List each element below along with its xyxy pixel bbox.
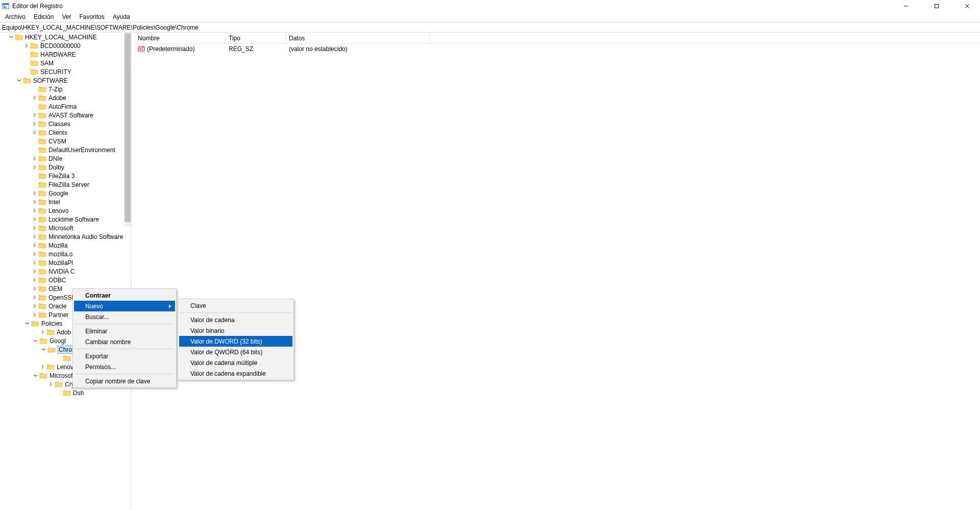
- tree-item-autofirma[interactable]: AutoFirma: [0, 102, 131, 111]
- ctx-contraer[interactable]: Contraer: [74, 290, 175, 301]
- chevron-right-icon[interactable]: [32, 164, 37, 170]
- tree-item-classes[interactable]: Classes: [0, 119, 131, 128]
- tree-item-adobe[interactable]: Adobe: [0, 93, 131, 102]
- tree-item-mozillao[interactable]: mozilla.o: [0, 250, 131, 258]
- tree-item-lenovo[interactable]: Lenovo: [0, 206, 131, 215]
- chevron-right-icon[interactable]: [32, 130, 37, 135]
- tree-scrollbar[interactable]: [124, 33, 131, 227]
- ctx-cambiar-nombre[interactable]: Cambiar nombre: [74, 336, 175, 347]
- ctx-sub-dword[interactable]: Valor de DWORD (32 bits): [179, 336, 292, 347]
- minimize-button[interactable]: [898, 1, 914, 11]
- chevron-right-icon[interactable]: [32, 286, 37, 292]
- tree-item-odbc[interactable]: ODBC: [0, 276, 131, 284]
- chevron-right-icon[interactable]: [32, 208, 37, 213]
- tree-item-intel[interactable]: Intel: [0, 198, 131, 206]
- ctx-sub-expand[interactable]: Valor de cadena expandible: [179, 368, 292, 379]
- tree-item-dnie[interactable]: DNIe: [0, 154, 131, 163]
- chevron-right-icon[interactable]: [32, 303, 37, 309]
- tree-item-microsoft[interactable]: Microsoft: [0, 224, 131, 232]
- chevron-down-icon[interactable]: [33, 373, 38, 378]
- chevron-right-icon[interactable]: [32, 216, 37, 222]
- chevron-down-icon[interactable]: [8, 34, 14, 40]
- tree-item-google[interactable]: Google: [0, 189, 131, 198]
- chevron-down-icon[interactable]: [33, 338, 38, 344]
- chevron-right-icon[interactable]: [32, 242, 37, 248]
- ctx-copiar-nombre[interactable]: Copiar nombre de clave: [74, 376, 175, 386]
- chevron-right-icon[interactable]: [32, 269, 37, 274]
- tree-item-mozilla[interactable]: Mozilla: [0, 241, 131, 250]
- ctx-buscar[interactable]: Buscar...: [74, 311, 175, 322]
- tree-item-defaultuserenv[interactable]: DefaultUserEnvironment: [0, 145, 131, 154]
- ctx-sub-qword[interactable]: Valor de QWORD (64 bits): [179, 347, 292, 357]
- folder-icon: [38, 259, 46, 266]
- menu-ayuda[interactable]: Ayuda: [109, 12, 134, 21]
- tree-item-filezillasrv[interactable]: FileZilla Server: [0, 180, 131, 189]
- window-title: Editor del Registro: [12, 3, 63, 10]
- chevron-right-icon[interactable]: [32, 251, 37, 257]
- menu-edicion[interactable]: Edición: [30, 12, 58, 21]
- menu-archivo[interactable]: Archivo: [1, 12, 30, 21]
- col-header-type[interactable]: Tipo: [226, 33, 286, 43]
- ctx-permisos[interactable]: Permisos...: [74, 361, 175, 372]
- chevron-right-icon[interactable]: [32, 190, 37, 196]
- tree-item-locktime[interactable]: Locktime Software: [0, 215, 131, 224]
- chevron-right-icon[interactable]: [40, 329, 45, 335]
- tree-item-minnetonka[interactable]: Minnetonka Audio Software: [0, 232, 131, 241]
- chevron-right-icon[interactable]: [32, 312, 37, 318]
- tree-item-hklm[interactable]: HKEY_LOCAL_MACHINE: [0, 33, 131, 41]
- ctx-exportar[interactable]: Exportar: [74, 351, 175, 361]
- ctx-sub-multi[interactable]: Valor de cadena múltiple: [179, 357, 292, 368]
- col-header-name[interactable]: Nombre: [135, 33, 226, 43]
- list-row[interactable]: ab (Predeterminado) REG_SZ (valor no est…: [135, 44, 980, 54]
- tree-item-avast[interactable]: AVAST Software: [0, 111, 131, 119]
- ctx-sub-cadena[interactable]: Valor de cadena: [179, 314, 292, 325]
- col-header-data[interactable]: Datos: [286, 33, 430, 43]
- chevron-down-icon[interactable]: [16, 78, 22, 83]
- maximize-button[interactable]: [929, 1, 944, 11]
- twisty-placeholder: [56, 355, 62, 361]
- cell-name-text: (Predeterminado): [147, 45, 194, 53]
- chevron-right-icon[interactable]: [32, 225, 37, 231]
- tree-item-hardware[interactable]: HARDWARE: [0, 50, 131, 59]
- tree-item-nvidiac[interactable]: NVIDIA C: [0, 267, 131, 276]
- ctx-nuevo[interactable]: Nuevo: [74, 301, 175, 311]
- tree-item-sevenzip[interactable]: 7-Zip: [0, 85, 131, 93]
- chevron-right-icon[interactable]: [32, 234, 37, 239]
- chevron-right-icon[interactable]: [32, 156, 37, 161]
- chevron-right-icon[interactable]: [48, 381, 54, 387]
- menu-ver[interactable]: Ver: [58, 12, 75, 21]
- chevron-right-icon[interactable]: [40, 364, 45, 370]
- tree-item-label: FileZilla 3: [48, 173, 75, 180]
- tree-item-bcd[interactable]: BCD00000000: [0, 41, 131, 50]
- tree-item-sam[interactable]: SAM: [0, 59, 131, 67]
- tree-scrollbar-thumb[interactable]: [125, 33, 131, 222]
- chevron-right-icon[interactable]: [32, 95, 37, 101]
- tree-item-dolby[interactable]: Dolby: [0, 163, 131, 172]
- tree-item-pol_dsh[interactable]: Dsh: [0, 388, 131, 397]
- chevron-right-icon[interactable]: [32, 295, 37, 300]
- tree-item-cvsm[interactable]: CVSM: [0, 137, 131, 145]
- chevron-right-icon[interactable]: [32, 112, 37, 118]
- ctx-eliminar[interactable]: Eliminar: [74, 326, 175, 336]
- cell-name: ab (Predeterminado): [135, 45, 226, 53]
- tree-item-filezilla3[interactable]: FileZilla 3: [0, 172, 131, 180]
- chevron-down-icon[interactable]: [41, 347, 46, 352]
- chevron-right-icon[interactable]: [32, 260, 37, 265]
- ctx-sub-binario[interactable]: Valor binario: [179, 325, 292, 336]
- close-button[interactable]: [960, 1, 975, 11]
- folder-icon: [63, 390, 71, 396]
- chevron-right-icon[interactable]: [23, 43, 29, 48]
- chevron-right-icon[interactable]: [32, 277, 37, 283]
- chevron-right-icon[interactable]: [32, 199, 37, 205]
- ctx-sub-clave[interactable]: Clave: [179, 300, 292, 311]
- tree-item-clients[interactable]: Clients: [0, 128, 131, 137]
- chevron-down-icon[interactable]: [24, 321, 30, 326]
- menu-favoritos[interactable]: Favoritos: [75, 12, 108, 21]
- tree-item-label: Oracle: [48, 303, 66, 310]
- address-bar[interactable]: Equipo\HKEY_LOCAL_MACHINE\SOFTWARE\Polic…: [0, 22, 980, 33]
- tree-item-mozillapl[interactable]: MozillaPl: [0, 258, 131, 267]
- tree-scroll[interactable]: HKEY_LOCAL_MACHINEBCD00000000HARDWARESAM…: [0, 33, 131, 510]
- tree-item-software[interactable]: SOFTWARE: [0, 76, 131, 85]
- chevron-right-icon[interactable]: [32, 121, 37, 127]
- tree-item-security[interactable]: SECURITY: [0, 67, 131, 76]
